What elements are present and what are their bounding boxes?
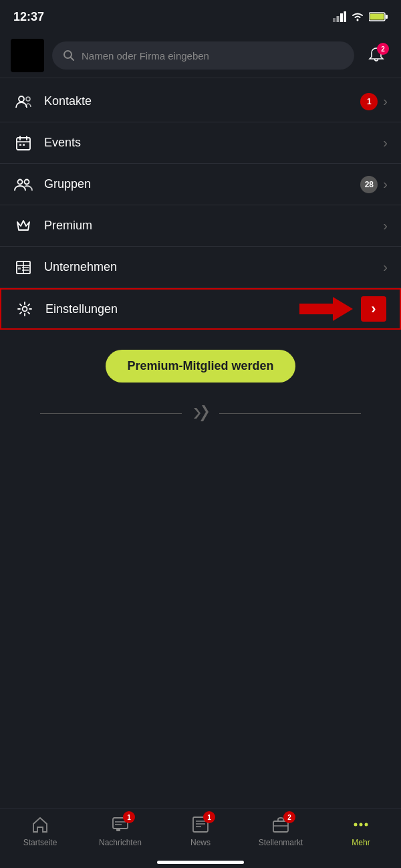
xing-divider [0, 396, 401, 431]
contacts-icon [13, 94, 33, 110]
nav-item-more[interactable]: Mehr [321, 814, 401, 847]
svg-rect-17 [23, 144, 25, 146]
search-bar[interactable]: Namen oder Firma eingeben [52, 41, 354, 70]
svg-point-10 [19, 96, 24, 102]
status-icons [333, 11, 388, 22]
premium-member-button[interactable]: Premium-Mitglied werden [106, 350, 295, 383]
groups-badge: 28 [360, 176, 378, 193]
svg-rect-36 [273, 821, 288, 832]
svg-rect-25 [22, 269, 29, 271]
groups-icon [13, 177, 33, 192]
menu-item-groups[interactable]: Gruppen 28 › [0, 164, 401, 205]
nav-item-jobs[interactable]: 2 Stellenmarkt [241, 814, 321, 847]
svg-rect-29 [116, 829, 120, 831]
events-label: Events [44, 136, 378, 150]
settings-chevron-box[interactable]: › [361, 296, 386, 322]
premium-icon [13, 218, 33, 234]
home-label: Startseite [23, 838, 57, 847]
menu-item-events[interactable]: Events › [0, 122, 401, 164]
logo-box [11, 39, 44, 72]
events-chevron: › [383, 135, 388, 150]
more-icon-wrap [350, 814, 372, 835]
nav-item-home[interactable]: Startseite [0, 814, 80, 847]
companies-label: Unternehmen [44, 260, 378, 274]
battery-icon [369, 12, 388, 21]
messages-icon-wrap: 1 [110, 814, 131, 835]
home-icon [31, 815, 49, 834]
search-icon [63, 49, 75, 62]
status-time: 12:37 [13, 10, 44, 24]
contacts-chevron: › [383, 94, 388, 109]
companies-chevron: › [383, 259, 388, 275]
svg-rect-23 [18, 267, 21, 269]
contacts-label: Kontakte [44, 94, 360, 108]
more-icon [352, 815, 370, 834]
divider-line-left [40, 413, 182, 414]
premium-chevron: › [383, 218, 388, 233]
events-icon [13, 135, 33, 151]
svg-point-39 [360, 823, 363, 827]
premium-label: Premium [44, 219, 378, 233]
menu-item-settings[interactable]: Einstellungen › [0, 288, 401, 330]
svg-point-19 [25, 179, 29, 184]
settings-chevron: › [371, 300, 376, 318]
companies-icon [13, 259, 33, 276]
menu-item-companies[interactable]: Unternehmen › [0, 247, 401, 288]
svg-point-40 [365, 823, 368, 827]
home-indicator [157, 861, 244, 864]
notification-button[interactable]: 2 [362, 41, 390, 70]
jobs-label: Stellenmarkt [259, 838, 303, 847]
svg-rect-1 [337, 16, 340, 22]
svg-point-11 [26, 97, 30, 101]
messages-badge: 1 [123, 811, 135, 823]
svg-point-38 [354, 823, 358, 827]
header: Namen oder Firma eingeben 2 [0, 33, 401, 78]
menu-item-contacts[interactable]: Kontakte 1 › [0, 81, 401, 122]
divider-line-right [219, 413, 361, 414]
status-bar: 12:37 [0, 0, 401, 33]
svg-rect-24 [22, 267, 29, 268]
svg-line-9 [71, 58, 74, 61]
nav-item-news[interactable]: 1 News [160, 814, 241, 847]
menu-item-premium[interactable]: Premium › [0, 205, 401, 247]
more-label: Mehr [352, 838, 370, 847]
jobs-icon-wrap: 2 [270, 814, 291, 835]
news-badge: 1 [203, 811, 215, 823]
contacts-badge: 1 [360, 93, 378, 110]
nav-item-messages[interactable]: 1 Nachrichten [80, 814, 160, 847]
groups-label: Gruppen [44, 177, 360, 191]
svg-point-4 [357, 19, 359, 21]
svg-rect-0 [333, 18, 336, 22]
svg-rect-6 [386, 15, 388, 19]
groups-chevron: › [383, 177, 388, 192]
wifi-icon [350, 11, 365, 22]
bottom-nav: Startseite 1 Nachrichten 1 News [0, 808, 401, 868]
svg-point-18 [18, 179, 23, 184]
messages-label: Nachrichten [99, 838, 142, 847]
jobs-badge: 2 [283, 811, 295, 823]
notification-badge: 2 [377, 43, 389, 55]
svg-marker-27 [299, 297, 353, 321]
svg-rect-3 [344, 11, 347, 22]
premium-section: Premium-Mitglied werden [0, 330, 401, 396]
xing-logo-center [190, 403, 211, 424]
svg-rect-7 [370, 14, 384, 20]
annotation-arrow [299, 296, 353, 322]
svg-rect-2 [340, 13, 343, 22]
news-icon-wrap: 1 [190, 814, 211, 835]
svg-rect-16 [19, 144, 21, 146]
svg-point-26 [23, 307, 27, 312]
menu-list: Kontakte 1 › Events › [0, 81, 401, 330]
settings-icon [15, 301, 35, 317]
news-label: News [190, 838, 211, 847]
search-placeholder: Namen oder Firma eingeben [82, 50, 209, 62]
signal-icon [333, 11, 346, 22]
home-icon-wrap [29, 814, 51, 835]
settings-label: Einstellungen [45, 302, 299, 316]
